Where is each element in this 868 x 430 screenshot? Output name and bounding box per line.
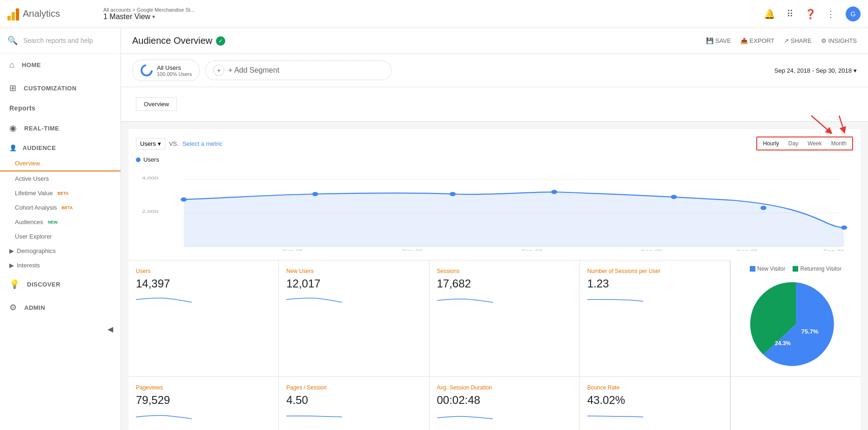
sidebar-item-demographics[interactable]: ▶ Demographics <box>0 244 121 258</box>
hourly-button[interactable]: Hourly <box>758 138 784 149</box>
insights-button[interactable]: ⚙ INSIGHTS <box>821 37 857 44</box>
page-title-area: Audience Overview ✓ <box>132 35 225 46</box>
pie-legend: New Visitor Returning Visitor <box>750 266 841 272</box>
metric-name-avg-session: Avg. Session Duration <box>437 384 572 391</box>
chart-legend: Users <box>136 156 853 163</box>
sidebar-item-active-users[interactable]: Active Users <box>0 171 121 186</box>
sidebar-item-audiences[interactable]: AudiencesNEW <box>0 215 121 229</box>
metrics-row-1: Users 14,397 New Users 12,017 Sessions 1… <box>128 260 861 376</box>
main-layout: 🔍 Search reports and help ⌂ HOME ⊞ CUSTO… <box>0 28 868 430</box>
segment-donut-icon <box>140 64 153 77</box>
metric-value-sessions-per-user: 1.23 <box>587 277 722 290</box>
sidebar-item-realtime[interactable]: ◉ REAL-TIME <box>0 116 121 140</box>
top-nav: Analytics All accounts > Google Merchand… <box>0 0 868 28</box>
metric-value-avg-session: 00:02:48 <box>437 394 572 407</box>
expand-icon-interests: ▶ <box>9 262 14 269</box>
customization-icon: ⊞ <box>9 83 16 93</box>
line-chart: 4,000 2,000 ... Sep 25 Sep 26 Sep 27 Sep… <box>136 167 853 251</box>
view-dropdown-arrow[interactable]: ▾ <box>152 14 155 20</box>
account-info: All accounts > Google Merchandise St... … <box>96 7 764 21</box>
select-metric-link[interactable]: Select a metric <box>182 140 222 147</box>
sidebar-item-lifetime-value[interactable]: Lifetime ValueBETA <box>0 186 121 200</box>
notifications-icon[interactable]: 🔔 <box>764 8 775 20</box>
pie-chart: 75.7% 24.3% <box>749 278 842 371</box>
sidebar-item-admin[interactable]: ⚙ ADMIN <box>0 296 121 319</box>
returning-visitor-legend: Returning Visitor <box>793 266 841 272</box>
sidebar-item-audience[interactable]: 👤 AUDIENCE <box>0 140 121 156</box>
metric-selector: Users ▾ VS. Select a metric <box>136 138 222 150</box>
vs-text: VS. <box>169 140 179 147</box>
day-button[interactable]: Day <box>784 138 803 149</box>
metric-card-avg-session: Avg. Session Duration 00:02:48 <box>430 377 580 430</box>
audiences-new-badge: NEW <box>48 220 58 225</box>
svg-text:2,000: 2,000 <box>142 209 159 214</box>
month-button[interactable]: Month <box>827 138 851 149</box>
add-segment-button[interactable]: + + Add Segment <box>205 61 391 80</box>
all-users-segment[interactable]: All Users 100.00% Users <box>132 60 200 81</box>
metric-card-bounce-rate: Bounce Rate 43.02% <box>580 377 730 430</box>
metric-value-bounce-rate: 43.02% <box>587 394 722 407</box>
returning-visitor-color <box>793 266 798 272</box>
account-breadcrumb: All accounts > Google Merchandise St... <box>103 7 764 13</box>
customization-label: CUSTOMIZATION <box>24 85 77 92</box>
svg-text:75.7%: 75.7% <box>801 328 818 335</box>
week-button[interactable]: Week <box>803 138 826 149</box>
new-visitor-legend: New Visitor <box>750 266 785 272</box>
more-icon[interactable]: ⋮ <box>825 8 836 20</box>
sparkline-asd <box>437 410 493 422</box>
sparkline-ps <box>286 410 342 422</box>
home-icon: ⌂ <box>9 60 14 70</box>
svg-text:Sep 26: Sep 26 <box>402 249 423 251</box>
metric-name-sessions: Sessions <box>437 268 572 274</box>
sparkline-users <box>136 294 192 305</box>
users-legend-dot <box>136 157 141 162</box>
chart-area: 4,000 2,000 ... Sep 25 Sep 26 Sep 27 Sep… <box>136 167 853 253</box>
home-label: HOME <box>22 61 41 68</box>
save-button[interactable]: 💾 SAVE <box>706 37 731 44</box>
metrics-row-2: Pageviews 79,529 Pages / Session 4.50 Av… <box>128 376 861 430</box>
svg-point-0 <box>141 65 152 75</box>
new-visitor-color <box>750 266 755 272</box>
time-controls-wrapper: Hourly Day Week Month <box>756 137 853 150</box>
metric-value-new-users: 12,017 <box>286 277 421 290</box>
metric-dropdown-arrow: ▾ <box>158 140 161 147</box>
search-icon: 🔍 <box>7 35 18 46</box>
main-content: Audience Overview ✓ 💾 SAVE 📤 EXPORT ↗ SH… <box>121 28 868 430</box>
sidebar-collapse-button[interactable]: ◀ <box>0 319 121 339</box>
sidebar-item-user-explorer[interactable]: User Explorer <box>0 229 121 244</box>
sidebar-item-discover[interactable]: 💡 DISCOVER <box>0 273 121 296</box>
metric-value-pageviews: 79,529 <box>136 394 271 407</box>
segment-bar: All Users 100.00% Users + + Add Segment … <box>121 54 868 87</box>
discover-icon: 💡 <box>9 279 20 289</box>
sidebar-item-home[interactable]: ⌂ HOME <box>0 54 121 76</box>
metric-name-sessions-per-user: Number of Sessions per User <box>587 268 722 274</box>
metric-card-new-users: New Users 12,017 <box>279 260 429 376</box>
cohort-beta-badge: BETA <box>61 205 73 210</box>
apps-icon[interactable]: ⠿ <box>784 8 795 20</box>
segment-info: All Users 100.00% Users <box>157 64 192 77</box>
tab-overview[interactable]: Overview <box>136 97 177 111</box>
svg-point-18 <box>450 192 456 196</box>
date-range-picker[interactable]: Sep 24, 2018 - Sep 30, 2018 ▾ <box>774 67 857 74</box>
export-icon: 📤 <box>740 37 748 44</box>
svg-text:Sep 29: Sep 29 <box>737 249 758 251</box>
avatar[interactable]: G <box>846 7 861 21</box>
sidebar-item-overview[interactable]: Overview <box>0 156 121 171</box>
svg-text:Sep 27: Sep 27 <box>521 249 542 251</box>
sidebar-item-interests[interactable]: ▶ Interests <box>0 258 121 273</box>
svg-text:Sep 30: Sep 30 <box>823 249 844 251</box>
sparkline-sessions <box>437 294 493 305</box>
nav-icons: 🔔 ⠿ ❓ ⋮ G <box>764 7 861 21</box>
help-icon[interactable]: ❓ <box>805 8 816 20</box>
account-view[interactable]: 1 Master View ▾ <box>103 13 764 21</box>
segment-name: All Users <box>157 64 192 71</box>
share-button[interactable]: ↗ SHARE <box>784 37 812 44</box>
sidebar-search[interactable]: 🔍 Search reports and help <box>0 28 121 54</box>
sidebar-item-customization[interactable]: ⊞ CUSTOMIZATION <box>0 76 121 100</box>
svg-point-22 <box>841 225 847 230</box>
header-actions: 💾 SAVE 📤 EXPORT ↗ SHARE ⚙ INSIGHTS <box>706 37 857 44</box>
pie-spacer <box>730 377 861 430</box>
metric-dropdown[interactable]: Users ▾ <box>136 138 165 150</box>
sidebar-item-cohort[interactable]: Cohort AnalysisBETA <box>0 200 121 215</box>
export-button[interactable]: 📤 EXPORT <box>740 37 774 44</box>
